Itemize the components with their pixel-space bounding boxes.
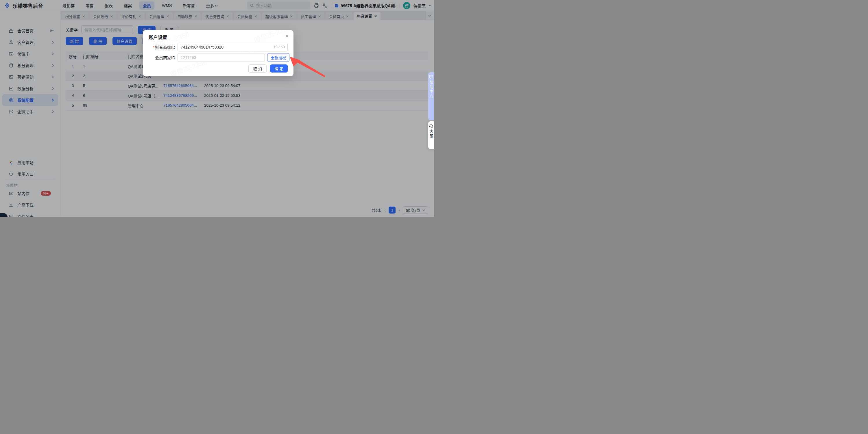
member-merchant-id-row: 会员商家ID [143,53,265,62]
customer-service-label: 客服 [429,129,434,139]
help-chat-icon [429,75,433,79]
douyin-merchant-id-label: *抖音商家ID [143,44,175,50]
customer-service-tab[interactable]: 客服 [428,121,434,149]
modal-footer: 取 消 确 定 [248,64,288,72]
help-center-label: 帮助中心 [429,80,434,99]
char-counter: 19 / 50 [273,45,285,49]
close-icon[interactable]: ✕ [285,33,289,39]
member-merchant-id-wrap [178,53,265,62]
modal-title: 账户设置 [149,34,167,40]
confirm-button[interactable]: 确 定 [270,64,288,72]
app-root: 乐檬零售后台 进销存 零售 报表 档案 会员 WMS 新零售 更多 文A [0,0,434,217]
required-asterisk: * [153,45,154,50]
account-settings-modal: 傅俊杰-2356 傅俊杰-2356 傅俊杰-2356 傅俊杰-2356 账户设置… [143,30,293,76]
douyin-merchant-id-input[interactable] [178,43,288,52]
member-merchant-id-label: 会员商家ID [143,55,175,60]
douyin-merchant-id-wrap: 19 / 50 [178,43,288,52]
headset-icon [429,124,433,128]
cancel-button[interactable]: 取 消 [248,64,267,72]
help-center-tab[interactable]: 帮助中心 [428,72,434,120]
member-merchant-id-input[interactable] [178,53,265,62]
reauthorize-button[interactable]: 重新授权 [267,53,289,62]
douyin-merchant-id-row: *抖音商家ID 19 / 50 [143,43,288,52]
